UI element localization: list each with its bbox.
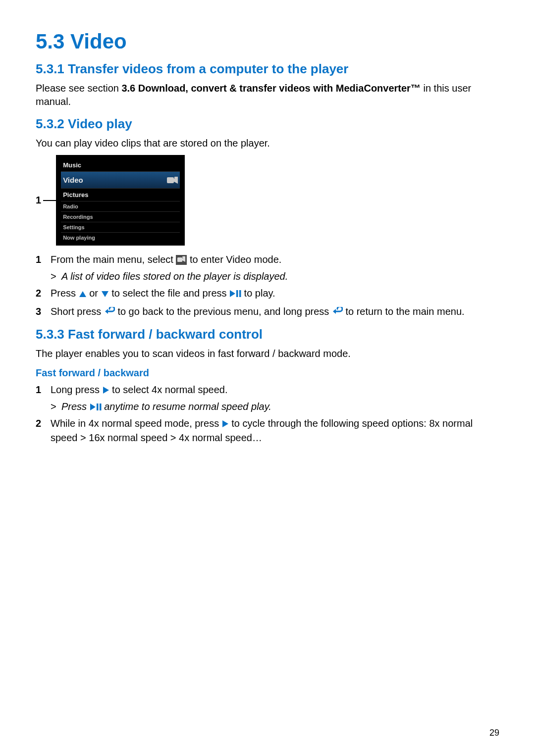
step-text: From the main menu, select to enter Vide… <box>51 252 499 267</box>
text: to return to the main menu. <box>343 306 465 317</box>
svg-marker-13 <box>105 309 108 314</box>
svg-marker-14 <box>333 309 336 314</box>
svg-marker-9 <box>102 291 108 297</box>
svg-marker-15 <box>103 387 109 394</box>
text: to play. <box>241 288 275 299</box>
video-icon <box>176 255 187 265</box>
camcorder-icon <box>167 176 178 184</box>
svg-marker-16 <box>90 403 96 410</box>
ff-intro-paragraph: The player enables you to scan videos in… <box>36 347 499 360</box>
svg-rect-17 <box>97 403 99 410</box>
heading-5-3-1: 5.3.1 Transfer videos from a computer to… <box>36 61 499 77</box>
menu-item-settings: Settings <box>61 222 180 232</box>
play-intro-paragraph: You can play video clips that are stored… <box>36 137 499 150</box>
step-text: While in 4x normal speed mode, press to … <box>51 416 499 445</box>
result-marker: > <box>51 401 61 412</box>
text: Press <box>51 288 79 299</box>
callout-leader-line <box>43 200 56 201</box>
step-number: 1 <box>36 252 51 267</box>
play-icon <box>222 420 229 428</box>
heading-5-3-3: 5.3.3 Fast forward / backward control <box>36 327 499 342</box>
menu-item-now-playing: Now playing <box>61 232 180 243</box>
text: to go back to the previous menu, and lon… <box>115 306 332 317</box>
text: Press <box>61 401 90 412</box>
ff-steps: 1Long press to select 4x normal speed.>P… <box>36 383 499 445</box>
page-number: 29 <box>489 728 499 738</box>
back-arrow-icon <box>104 307 115 316</box>
text: to enter Video mode. <box>187 254 281 265</box>
step-number: 1 <box>36 383 51 397</box>
result-marker: > <box>51 271 61 282</box>
svg-rect-18 <box>100 403 102 410</box>
back-arrow-icon <box>332 307 343 316</box>
up-triangle-icon <box>79 291 87 298</box>
play-pause-icon <box>229 290 241 298</box>
text: Short press <box>51 306 104 317</box>
step-text: Short press to go back to the previous m… <box>51 304 499 319</box>
heading-ff-sub: Fast forward / backward <box>36 367 499 379</box>
device-menu-screenshot: Music Video Pictures Radio Recordings Se… <box>56 155 185 246</box>
result-text: Press anytime to resume normal speed pla… <box>61 401 499 412</box>
play-pause-icon <box>90 403 102 411</box>
step-number: 2 <box>36 416 51 445</box>
svg-rect-11 <box>236 290 238 297</box>
numbered-step: 3Short press to go back to the previous … <box>36 304 499 319</box>
numbered-step: 1Long press to select 4x normal speed. <box>36 383 499 397</box>
menu-item-music: Music <box>61 159 180 171</box>
svg-rect-0 <box>167 177 174 183</box>
text: to select 4x normal speed. <box>109 384 228 395</box>
callout-number: 1 <box>36 195 41 206</box>
menu-item-recordings: Recordings <box>61 211 180 222</box>
step-text: Long press to select 4x normal speed. <box>51 383 499 397</box>
svg-rect-4 <box>177 257 182 262</box>
document-page: 5.3 Video 5.3.1 Transfer videos from a c… <box>0 0 535 756</box>
step-number: 3 <box>36 304 51 319</box>
text-bold: 3.6 Download, convert & transfer videos … <box>121 83 420 94</box>
result-text: A list of video files stored on the play… <box>61 271 499 282</box>
text: to select the file and press <box>109 288 229 299</box>
video-play-steps: 1From the main menu, select to enter Vid… <box>36 252 499 319</box>
text: anytime to resume normal speed play. <box>102 401 271 412</box>
screenshot-figure: 1 Music Video Pictures Radio Recordings … <box>36 155 499 246</box>
down-triangle-icon <box>101 291 109 298</box>
svg-marker-10 <box>230 290 235 297</box>
play-icon <box>103 386 109 394</box>
text: While in 4x normal speed mode, press <box>51 418 222 429</box>
text: From the main menu, select <box>51 254 176 265</box>
heading-5-3-2: 5.3.2 Video play <box>36 116 499 132</box>
numbered-step: 1From the main menu, select to enter Vid… <box>36 252 499 267</box>
svg-marker-19 <box>222 420 228 427</box>
step-number: 2 <box>36 286 51 301</box>
heading-5-3: 5.3 Video <box>36 30 499 53</box>
menu-item-pictures: Pictures <box>61 188 180 201</box>
menu-item-radio: Radio <box>61 201 180 211</box>
svg-marker-8 <box>79 291 86 297</box>
text: Long press <box>51 384 103 395</box>
transfer-paragraph: Please see section 3.6 Download, convert… <box>36 82 499 108</box>
step-text: Press or to select the file and press to… <box>51 286 499 301</box>
step-result-note: >A list of video files stored on the pla… <box>51 271 499 282</box>
numbered-step: 2While in 4x normal speed mode, press to… <box>36 416 499 445</box>
text: or <box>87 288 101 299</box>
numbered-step: 2Press or to select the file and press t… <box>36 286 499 301</box>
menu-item-video-selected: Video <box>61 171 180 188</box>
step-result-note: >Press anytime to resume normal speed pl… <box>51 401 499 412</box>
text: Please see section <box>36 83 121 94</box>
